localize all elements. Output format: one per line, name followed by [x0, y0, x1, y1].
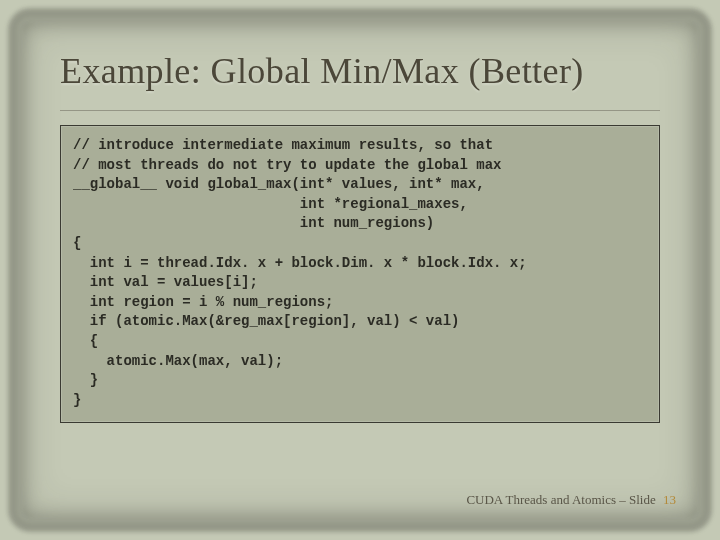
- slide: Example: Global Min/Max (Better) // intr…: [0, 0, 720, 540]
- slide-footer: CUDA Threads and Atomics – Slide 13: [466, 492, 676, 508]
- code-box: // introduce intermediate maximum result…: [60, 125, 660, 423]
- code-block: // introduce intermediate maximum result…: [73, 136, 647, 410]
- content-area: Example: Global Min/Max (Better) // intr…: [60, 50, 660, 423]
- footer-slide-number: 13: [663, 492, 676, 507]
- slide-title: Example: Global Min/Max (Better): [60, 50, 660, 92]
- footer-text: CUDA Threads and Atomics – Slide: [466, 492, 655, 507]
- title-rule: [60, 110, 660, 111]
